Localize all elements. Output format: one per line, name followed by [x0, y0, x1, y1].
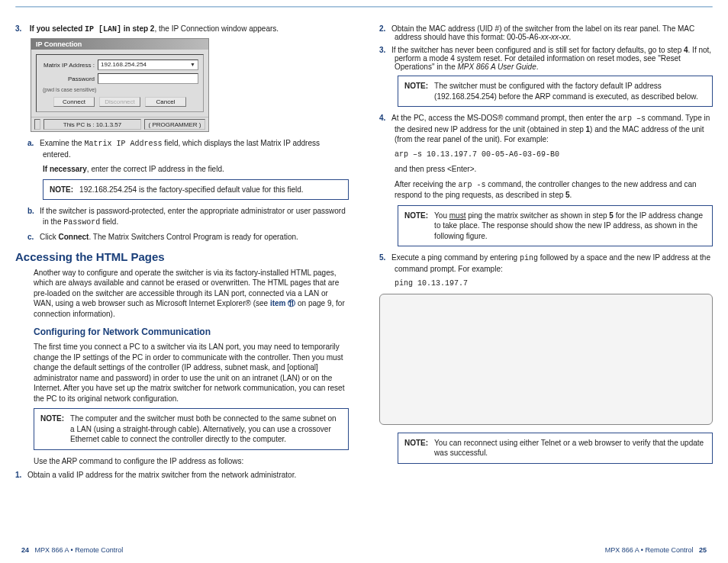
pwd-sensitive-note: (pwd is case sensitive)	[41, 87, 198, 92]
note-1: NOTE: 192.168.254.254 is the factory-spe…	[43, 179, 349, 201]
item-link[interactable]: item ⑪	[270, 299, 295, 307]
note-label: NOTE:	[50, 185, 73, 195]
step-c-bold: Connect	[58, 233, 89, 241]
arp3-t3: .	[536, 63, 539, 71]
arp4-code2: arp -s	[458, 181, 485, 189]
arp2-italic: xx-xx-xx	[541, 33, 569, 41]
para-config: The first time you connect a PC to a swi…	[15, 342, 349, 404]
arp4-t5c: .	[570, 191, 572, 199]
step-b: b.If the switcher is password-protected,…	[15, 206, 349, 227]
heading-html-pages: Accessing the HTML Pages	[15, 250, 349, 263]
para-html: Another way to configure and operate the…	[15, 268, 349, 320]
arp5-t1: Execute a ping command by entering	[391, 253, 520, 262]
ip-value: 192.168.254.254	[101, 60, 147, 70]
arp-step-5: 5.Execute a ping command by entering pin…	[379, 253, 713, 289]
arp4-t1: At the PC, access the MS-DOS® command pr…	[391, 114, 618, 122]
dialog-body: Matrix IP Address : 192.168.254.254 ▼ Pa…	[31, 50, 208, 117]
arp-step-2: 2.Obtain the MAC address (UID #) of the …	[379, 24, 713, 41]
step-a-t1: Examine the	[40, 139, 84, 147]
step-3-rest: , the IP Connection window appears.	[154, 24, 279, 33]
step-number: 4.	[379, 113, 391, 124]
left-column: 3. If you selected IP [LAN] in step 2, t…	[15, 24, 349, 484]
pwd-input[interactable]	[98, 73, 198, 84]
page-number-left: 24	[21, 546, 29, 554]
step-3-code: IP [LAN]	[85, 25, 121, 34]
note4-t2: ping the matrix switcher as shown in ste…	[465, 211, 609, 220]
arp4-code1: arp –s	[618, 114, 646, 123]
status-ip: This PC is : 10.1.3.57	[43, 119, 141, 130]
step-c-t2: . The Matrix Switchers Control Program i…	[89, 233, 298, 241]
note-2-text: The computer and the switcher must both …	[70, 413, 342, 445]
arp-step-4: 4.At the PC, access the MS-DOS® command …	[379, 113, 713, 201]
note-4: NOTE: You must ping the matrix switcher …	[398, 205, 713, 247]
disconnect-button: Disconnect	[99, 97, 140, 107]
step-number: 1.	[15, 471, 27, 479]
note-3: NOTE: The switcher must be configured wi…	[398, 76, 713, 107]
footer-right: MPX 866 A • Remote Control 25	[605, 546, 707, 554]
pwd-label: Password	[41, 76, 95, 82]
step-b-t2: field.	[100, 217, 118, 226]
footer-right-text: MPX 866 A • Remote Control	[605, 546, 694, 554]
arp3-italic: MPX 866 A User Guide	[458, 63, 536, 71]
step-a: a.Examine the Matrix IP Address field, w…	[15, 138, 349, 175]
note-5-text: You can reconnect using either Telnet or…	[434, 438, 706, 458]
status-role: ( PROGRAMMER )	[144, 119, 205, 130]
note-label: NOTE:	[404, 438, 428, 458]
ifnec-bold: If necessary	[43, 165, 87, 173]
dropdown-arrow-icon[interactable]: ▼	[190, 60, 195, 70]
ip-row: Matrix IP Address : 192.168.254.254 ▼	[41, 60, 198, 70]
heading-config-network: Configuring for Network Communication	[15, 327, 349, 337]
step-3: 3. If you selected IP [LAN] in step 2, t…	[15, 24, 349, 34]
ip-label: Matrix IP Address :	[41, 62, 95, 69]
step-3-bold1: If you selected	[30, 24, 85, 33]
note-1-text: 192.168.254.254 is the factory-specified…	[79, 185, 304, 195]
arp4-code-line: arp –s 10.13.197.7 00-05-A6-03-69-B0	[395, 150, 713, 160]
arp-step-1: 1.Obtain a valid IP address for the matr…	[15, 471, 349, 479]
top-divider	[15, 6, 713, 8]
note4-under: must	[449, 211, 466, 220]
connect-button[interactable]: Connect	[53, 97, 95, 107]
arp-intro: Use the ARP command to configure the IP …	[15, 456, 349, 467]
arp4-t5a: After receiving the	[395, 180, 458, 188]
note-label: NOTE:	[404, 81, 428, 101]
page-number-right: 25	[699, 546, 707, 554]
status-spacer	[34, 119, 40, 130]
arp1-text: Obtain a valid IP address for the matrix…	[27, 471, 296, 479]
arp3-t1: If the switcher has never been configure…	[391, 46, 684, 54]
step-a-code: Matrix IP Address	[84, 140, 162, 148]
dialog-title: IP Connection	[31, 39, 208, 50]
note-5: NOTE: You can reconnect using either Tel…	[398, 433, 713, 464]
ip-connection-dialog: IP Connection Matrix IP Address : 192.16…	[31, 38, 209, 132]
footer-left: 24 MPX 866 A • Remote Control	[21, 546, 123, 554]
right-column: 2.Obtain the MAC address (UID #) of the …	[379, 24, 713, 484]
pwd-row: Password	[41, 73, 198, 84]
note-label: NOTE:	[40, 413, 64, 445]
note-3-text: The switcher must be configured with the…	[434, 81, 706, 101]
step-b-code: Password	[63, 218, 100, 227]
two-column-layout: 3. If you selected IP [LAN] in step 2, t…	[0, 0, 728, 484]
arp4-t4: and then press <Enter>.	[395, 164, 713, 175]
step-alpha: a.	[27, 138, 40, 149]
cancel-button[interactable]: Cancel	[145, 97, 186, 107]
step-number: 5.	[379, 253, 391, 263]
dialog-buttons: Connect Disconnect Cancel	[41, 97, 198, 107]
note4-t1: You	[434, 211, 449, 220]
ifnec-rest: , enter the correct IP address in the fi…	[87, 165, 224, 173]
ip-input[interactable]: 192.168.254.254 ▼	[98, 60, 198, 70]
step-number: 3.	[379, 46, 391, 54]
step-3-bold2: in step 2	[121, 24, 154, 33]
note-2: NOTE: The computer and the switcher must…	[34, 408, 349, 450]
footer-left-text: MPX 866 A • Remote Control	[35, 546, 124, 554]
note-4-text: You must ping the matrix switcher as sho…	[434, 211, 706, 242]
note-label: NOTE:	[404, 211, 428, 242]
dialog-status-bar: This PC is : 10.1.3.57 ( PROGRAMMER )	[31, 117, 208, 131]
step-alpha: c.	[27, 232, 40, 243]
dialog-inner: Matrix IP Address : 192.168.254.254 ▼ Pa…	[36, 54, 204, 112]
step-number: 3.	[15, 24, 27, 33]
step-number: 2.	[379, 24, 391, 33]
step-alpha: b.	[27, 206, 40, 217]
arp5-code1: ping	[520, 254, 538, 262]
arp2-t2: .	[569, 33, 571, 41]
arp5-code-line: ping 10.13.197.7	[395, 278, 713, 289]
arp-step-3: 3.If the switcher has never been configu…	[379, 46, 713, 71]
